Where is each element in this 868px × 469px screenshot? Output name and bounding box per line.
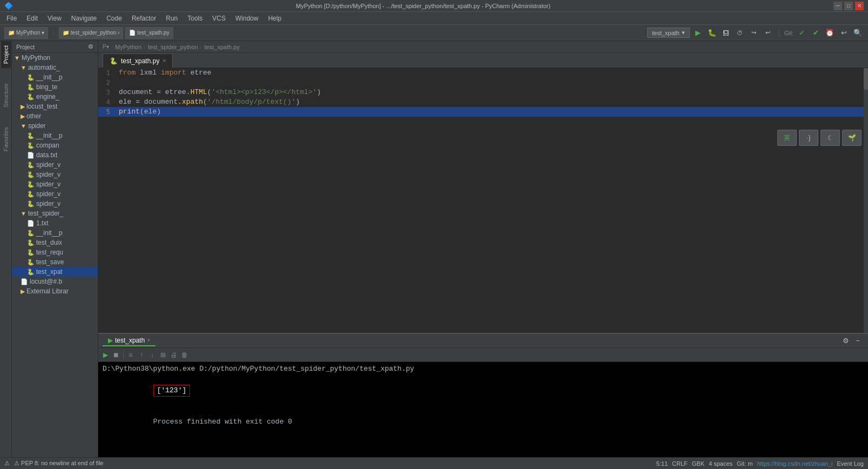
git-checkmark-button[interactable]: ✓ <box>796 27 808 39</box>
tree-external[interactable]: ▶ External Librar <box>12 286 98 296</box>
menu-tools[interactable]: Tools <box>183 14 207 23</box>
menu-edit[interactable]: Edit <box>22 14 42 23</box>
scrollbar-thumb[interactable] <box>864 68 868 90</box>
tree-item-label: bing_te <box>36 83 57 91</box>
favorites-tab[interactable]: Favorites <box>1 123 11 156</box>
tab-label: test_xpath.py <box>121 57 159 65</box>
tree-automatic[interactable]: ▼ automatic_ <box>12 63 98 72</box>
tree-spider-v5[interactable]: 🐍 spider_v <box>12 199 98 209</box>
tree-1txt[interactable]: 📄 1.txt <box>12 218 98 228</box>
scroll-up-button[interactable]: ↑ <box>137 350 146 360</box>
tree-test-save[interactable]: 🐍 test_save <box>12 257 98 267</box>
coverage-button[interactable]: ⛾ <box>720 27 732 39</box>
status-spaces[interactable]: 4 spaces <box>709 460 733 467</box>
tree-data-txt[interactable]: 📄 data.txt <box>12 150 98 160</box>
ime-night-button[interactable]: ☾ <box>820 130 840 146</box>
stop-button[interactable]: ↪ <box>748 27 760 39</box>
tree-locust-b[interactable]: 📄 locust@#.b <box>12 277 98 286</box>
tree-init3[interactable]: 🐍 __init__p <box>12 228 98 238</box>
minimize-button[interactable]: ─ <box>833 2 842 10</box>
run-again-button[interactable]: ▶ <box>100 350 110 360</box>
tab-close-button[interactable]: × <box>162 58 166 64</box>
scroll-down-button[interactable]: ↓ <box>147 350 157 360</box>
tree-spider-v3[interactable]: 🐍 spider_v <box>12 179 98 189</box>
structure-tab[interactable]: Structure <box>1 79 11 112</box>
folder-icon: ▼ <box>21 64 26 71</box>
tree-spider-v2[interactable]: 🐍 spider_v <box>12 170 98 179</box>
ime-punctuation-button[interactable]: ·} <box>799 130 818 146</box>
tree-test-requ[interactable]: 🐍 test_requ <box>12 247 98 257</box>
file-button[interactable]: 📄 test_xpath.py <box>125 27 173 39</box>
gear-icon[interactable]: ⚙ <box>88 43 93 50</box>
status-crlf[interactable]: CRLF <box>672 460 688 467</box>
menu-file[interactable]: File <box>2 14 21 23</box>
run-button[interactable]: ▶ <box>692 27 704 39</box>
line-content: from lxml import etree <box>114 68 212 78</box>
project-button[interactable]: 📁 MyPython ▾ <box>4 27 48 39</box>
status-charset[interactable]: GBK <box>692 460 704 467</box>
minimize-panel-button[interactable]: − <box>852 335 864 347</box>
tree-test-spider[interactable]: ▼ test_spider_ <box>12 209 98 218</box>
git-history-button[interactable]: ⏰ <box>824 27 836 39</box>
menu-navigate[interactable]: Navigate <box>67 14 101 23</box>
event-log-button[interactable]: Event Log <box>837 460 864 467</box>
ime-plant-button[interactable]: 🌱 <box>842 130 862 146</box>
tree-spider[interactable]: ▼ spider <box>12 121 98 131</box>
project-tab[interactable]: Project <box>1 41 11 68</box>
left-tool-tabs: Project Structure Favorites <box>0 41 12 457</box>
tree-spider-v1[interactable]: 🐍 spider_v <box>12 160 98 170</box>
tree-engine[interactable]: 🐍 engine_ <box>12 92 98 102</box>
print-button[interactable]: 🖨 <box>169 350 179 360</box>
run-tab[interactable]: ▶ test_xpath × <box>103 336 155 346</box>
ime-english-button[interactable]: 英 <box>777 130 797 146</box>
git-check-button[interactable]: ✔ <box>810 27 822 39</box>
menu-vcs[interactable]: VCS <box>208 14 230 23</box>
menu-refactor[interactable]: Refactor <box>127 14 160 23</box>
status-position[interactable]: 5:11 <box>656 460 668 467</box>
statusbar: ⚠ ⚠ PEP 8: no newline at end of file 5:1… <box>0 457 868 469</box>
menu-view[interactable]: View <box>43 14 66 23</box>
git-revert-button[interactable]: ↩ <box>838 27 850 39</box>
tree-other[interactable]: ▶ other <box>12 111 98 121</box>
tree-init1[interactable]: 🐍 __init__p <box>12 72 98 82</box>
menu-run[interactable]: Run <box>161 14 182 23</box>
status-link[interactable]: https://blog.csdn.net/zhuan_i <box>757 460 832 467</box>
search-everywhere-button[interactable]: 🔍 <box>852 27 864 39</box>
editor-scrollbar[interactable] <box>864 68 868 333</box>
rerun-button[interactable]: ↩ <box>762 27 774 39</box>
run-tab-close[interactable]: × <box>147 337 150 343</box>
code-editor[interactable]: 1 from lxml import etree 2 3 document = … <box>98 68 864 333</box>
tree-item-label: spider_v <box>36 200 60 207</box>
tree-init2[interactable]: 🐍 __init__p <box>12 131 98 140</box>
settings-button[interactable]: ⚙ <box>840 335 852 347</box>
tree-bing[interactable]: 🐍 bing_te <box>12 82 98 92</box>
run-config[interactable]: test_xpath ▾ <box>647 28 690 38</box>
maximize-button[interactable]: □ <box>844 2 853 10</box>
tree-root[interactable]: ▼ MyPython <box>12 53 98 63</box>
profile-button[interactable]: ⏱ <box>734 27 746 39</box>
filter-button[interactable]: ≡ <box>126 350 135 360</box>
code-line-5: 5 print(ele) <box>98 107 864 117</box>
stop-run-button[interactable]: ⏹ <box>111 350 121 360</box>
tree-spider-v4[interactable]: 🐍 spider_v <box>12 189 98 199</box>
tree-test-duix[interactable]: 🐍 test_duix <box>12 238 98 247</box>
file-tab-test-xpath[interactable]: 🐍 test_xpath.py × <box>103 53 173 68</box>
tree-company[interactable]: 🐍 compan <box>12 140 98 150</box>
menu-code[interactable]: Code <box>102 14 126 23</box>
soft-wrap-button[interactable]: ⊞ <box>158 350 168 360</box>
debug-button[interactable]: 🐛 <box>706 27 718 39</box>
tree-locust[interactable]: ▶ locust_test <box>12 102 98 111</box>
breadcrumb-testspider[interactable]: test_spider_python <box>148 44 198 50</box>
breadcrumb-mypython[interactable]: MyPython <box>115 44 141 50</box>
dir-button[interactable]: 📁 test_spider_python › <box>59 27 123 39</box>
close-button[interactable]: ✕ <box>855 2 864 10</box>
menu-window[interactable]: Window <box>231 14 263 23</box>
py-file-icon: 🐍 <box>27 200 35 207</box>
menu-help[interactable]: Help <box>264 14 286 23</box>
clear-button[interactable]: 🗑 <box>180 350 189 360</box>
tree-test-xpath[interactable]: 🐍 test_xpat <box>12 267 98 277</box>
status-warning-text: ⚠ PEP 8: no newline at end of file <box>14 460 104 467</box>
breadcrumb-file[interactable]: test_xpath.py <box>205 44 240 50</box>
line-content: document = etree.HTML('<html><p>123</p><… <box>114 88 321 97</box>
folder-icon: ▼ <box>14 55 20 61</box>
